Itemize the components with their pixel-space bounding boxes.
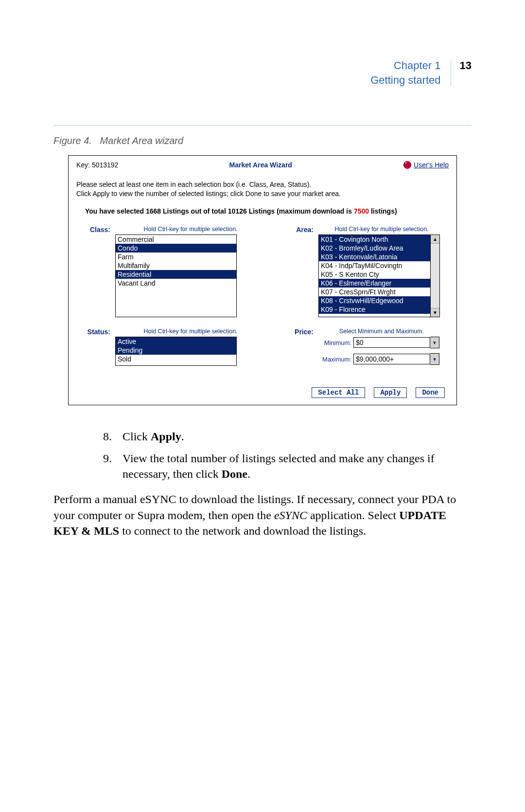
maximum-label: Maximum: xyxy=(318,356,353,363)
area-option[interactable]: K08 - CrstvwHill/Edgewood xyxy=(319,296,430,305)
done-button[interactable]: Done xyxy=(416,387,445,398)
area-hint: Hold Ctrl-key for multiple selection. xyxy=(318,226,445,235)
page-number: 13 xyxy=(451,58,472,73)
step-8-text: Click Apply. xyxy=(122,429,472,444)
area-scrollbar[interactable]: ▲ ▼ xyxy=(431,235,440,317)
minimum-dropdown-icon[interactable]: ▼ xyxy=(430,337,439,348)
step-9-text: View the total number of listings select… xyxy=(122,451,472,482)
minimum-input[interactable] xyxy=(353,337,430,348)
svg-point-0 xyxy=(403,161,411,169)
wizard-buttons: Select All Apply Done xyxy=(76,380,449,398)
area-field: Area: Hold Ctrl-key for multiple selecti… xyxy=(280,226,445,317)
instruction-line-1: Please select at least one item in each … xyxy=(76,180,449,189)
status-option[interactable]: Active xyxy=(116,337,236,346)
chapter-subtitle: Getting started xyxy=(370,73,440,88)
select-all-button[interactable]: Select All xyxy=(312,387,365,398)
area-option[interactable]: K04 - Indp/TayMil/Covingtn xyxy=(319,261,430,270)
help-icon xyxy=(403,161,412,169)
class-option[interactable]: Condo xyxy=(116,244,236,253)
wizard-instructions: Please select at least one item in each … xyxy=(76,169,449,198)
area-option[interactable]: K05 - S Kenton Cty xyxy=(319,270,430,279)
step-9: 9. View the total number of listings sel… xyxy=(53,451,472,482)
class-option[interactable]: Residential xyxy=(116,270,236,279)
selection-suffix: listings) xyxy=(369,207,397,215)
scroll-track[interactable] xyxy=(431,244,439,308)
maximum-dropdown-icon[interactable]: ▼ xyxy=(430,353,439,365)
status-label: Status: xyxy=(76,328,115,336)
price-hint: Select Minimum and Maximum. xyxy=(318,328,445,337)
selection-prefix: You have selected 1668 Listings out of t… xyxy=(85,207,354,215)
area-listbox[interactable]: K01 - Covington NorthK02 - Bromley/Ludlo… xyxy=(318,235,431,317)
status-field: Status: Hold Ctrl-key for multiple selec… xyxy=(76,328,266,365)
status-hint: Hold Ctrl-key for multiple selection. xyxy=(115,328,266,337)
header-rule xyxy=(53,125,472,126)
wizard-title: Market Area Wizard xyxy=(229,161,292,169)
wizard-header: Key: 5013192 Market Area Wizard User's H… xyxy=(76,160,449,169)
svg-point-2 xyxy=(405,162,406,163)
class-option[interactable]: Commercial xyxy=(116,235,236,244)
price-field: Price: Select Minimum and Maximum. Minim… xyxy=(280,328,445,370)
figure-label: Figure 4. xyxy=(53,135,92,146)
class-option[interactable]: Farm xyxy=(116,253,236,261)
page-header: Chapter 1 Getting started 13 xyxy=(53,58,472,87)
area-option[interactable]: K06 - Eslmere/Erlanger xyxy=(319,279,430,288)
wizard-columns: Class: Hold Ctrl-key for multiple select… xyxy=(76,215,449,380)
chapter-heading: Chapter 1 Getting started xyxy=(370,58,450,87)
apply-button[interactable]: Apply xyxy=(374,387,407,398)
instruction-line-2: Click Apply to view the number of select… xyxy=(76,189,449,198)
area-label: Area: xyxy=(280,226,318,234)
class-option[interactable]: Multifamily xyxy=(116,261,236,270)
users-help-link[interactable]: User's Help xyxy=(414,161,449,169)
selection-highlight: 7500 xyxy=(354,207,369,215)
scroll-down-icon[interactable]: ▼ xyxy=(431,308,439,317)
area-option[interactable]: K07 - CresSprn/Ft Wrght xyxy=(319,288,430,296)
class-field: Class: Hold Ctrl-key for multiple select… xyxy=(76,226,266,317)
status-listbox[interactable]: ActivePendingSold xyxy=(115,337,237,366)
help-link-area: User's Help xyxy=(403,161,449,169)
wizard-right-column: Area: Hold Ctrl-key for multiple selecti… xyxy=(280,226,445,380)
price-maximum-row: Maximum: ▼ xyxy=(318,353,445,370)
body-text: 8. Click Apply. 9. View the total number… xyxy=(53,429,472,539)
figure-title: Market Area wizard xyxy=(100,135,184,146)
status-option[interactable]: Pending xyxy=(116,346,236,355)
area-option[interactable]: K03 - Kentonvale/Latonia xyxy=(319,253,430,261)
class-label: Class: xyxy=(76,226,115,234)
minimum-label: Minimum: xyxy=(318,339,353,346)
area-option[interactable]: K01 - Covington North xyxy=(319,235,430,244)
area-option[interactable]: K02 - Bromley/Ludlow Area xyxy=(319,244,430,253)
maximum-input[interactable] xyxy=(353,354,430,364)
scroll-up-icon[interactable]: ▲ xyxy=(431,235,439,244)
figure-image: Key: 5013192 Market Area Wizard User's H… xyxy=(53,155,472,405)
key-label: Key: 5013192 xyxy=(76,161,118,169)
class-listbox[interactable]: CommercialCondoFarmMultifamilyResidentia… xyxy=(115,235,237,317)
class-option[interactable]: Vacant Land xyxy=(116,279,236,288)
area-option[interactable]: K09 - Florence xyxy=(319,305,430,314)
price-minimum-row: Minimum: ▼ xyxy=(318,337,445,353)
wizard-left-column: Class: Hold Ctrl-key for multiple select… xyxy=(76,226,266,380)
page: Chapter 1 Getting started 13 Figure 4. M… xyxy=(0,0,525,812)
step-9-number: 9. xyxy=(53,451,122,482)
selection-summary: You have selected 1668 Listings out of t… xyxy=(76,198,449,215)
step-8-number: 8. xyxy=(53,429,122,444)
class-hint: Hold Ctrl-key for multiple selection. xyxy=(115,226,266,235)
step-8: 8. Click Apply. xyxy=(53,429,472,444)
chapter-label: Chapter 1 xyxy=(370,58,440,73)
market-area-wizard: Key: 5013192 Market Area Wizard User's H… xyxy=(68,155,457,405)
paragraph: Perform a manual eSYNC to download the l… xyxy=(53,491,472,539)
price-label: Price: xyxy=(280,328,318,336)
status-option[interactable]: Sold xyxy=(116,355,236,363)
figure-caption: Figure 4. Market Area wizard xyxy=(53,135,472,146)
